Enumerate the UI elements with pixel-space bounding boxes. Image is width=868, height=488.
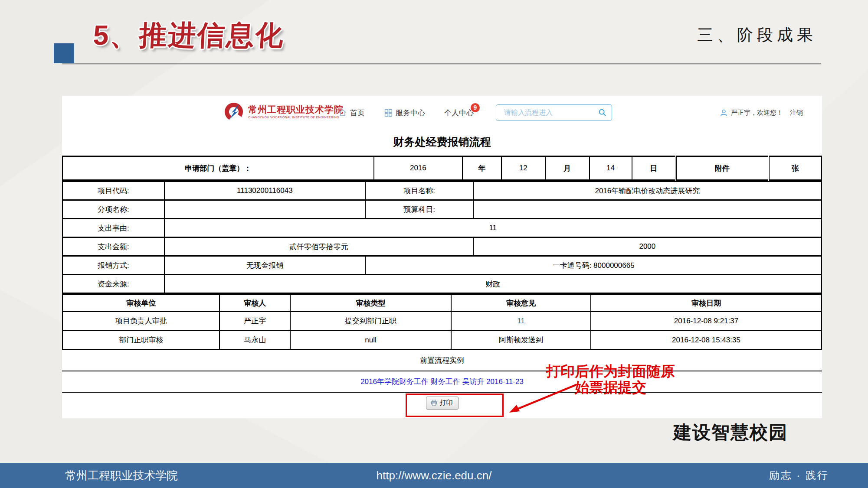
- month-value-cell: 12: [501, 156, 546, 180]
- print-button[interactable]: 打印: [426, 397, 459, 410]
- form-tables: 申请部门（盖章）： 2016 年 12 月 14 日 附件 张 项目代码:: [62, 156, 822, 413]
- method-cell: 无现金报销: [164, 256, 366, 275]
- logo-subtitle: CHANGZHOU VOCATIONAL INSTITUTE OF ENGINE…: [248, 116, 344, 119]
- footer-url: http://www.czie.edu.cn/: [377, 463, 492, 488]
- nav-services[interactable]: 服务中心: [384, 108, 425, 118]
- logo-mark-icon: [223, 101, 244, 122]
- project-code-label-cell: 项目代码:: [62, 182, 164, 200]
- pre-process-link-row: 2016年学院财务工作 财务工作 吴访升 2016-11-23: [62, 371, 822, 393]
- annotation-arrow: [499, 381, 583, 420]
- expense-reason-cell: 11: [164, 219, 822, 237]
- amount-num-cell: 2000: [473, 237, 822, 256]
- pre-process-row: 前置流程实例: [62, 350, 822, 371]
- annotation-line1: 打印后作为封面随原: [536, 363, 685, 379]
- nav-services-label: 服务中心: [396, 108, 425, 118]
- user-greeting: 严正宇，欢迎您！: [731, 109, 783, 117]
- sheets-unit-cell: 张: [769, 156, 822, 180]
- budget-label-cell: 预算科目:: [365, 200, 473, 219]
- audit-cell-person: 马永山: [219, 331, 290, 350]
- apply-dept-cell: 申请部门（盖章）：: [62, 156, 374, 180]
- audit-header-opinion: 审核意见: [451, 295, 591, 312]
- audit-header-person: 审核人: [219, 295, 290, 312]
- caption-smart-campus: 建设智慧校园: [673, 420, 788, 445]
- logo-name: 常州工程职业技术学院: [248, 105, 344, 114]
- audit-cell-person: 严正宇: [219, 312, 290, 331]
- month-unit-cell: 月: [545, 156, 590, 180]
- audit-cell-unit: 部门正职审核: [62, 331, 219, 350]
- person-icon: [719, 108, 728, 117]
- logo-text: 常州工程职业技术学院 CHANGZHOU VOCATIONAL INSTITUT…: [248, 105, 344, 119]
- audit-table: 审核单位 审核人 审核类型 审核意见 审核日期 项目负责人审批 严正宇 提交到部…: [62, 294, 822, 350]
- budget-value-cell: [473, 200, 822, 219]
- nav-profile-label: 个人中心: [444, 108, 474, 118]
- slide-title: 5、推进信息化: [92, 16, 285, 54]
- audit-cell-opinion: 阿斯顿发送到: [451, 331, 591, 350]
- amount-cn-cell: 贰仟零佰零拾零元: [164, 237, 473, 256]
- user-area: 严正宇，欢迎您！ 注销: [719, 96, 803, 130]
- audit-cell-type: null: [290, 331, 451, 350]
- year-value-cell: 2016: [374, 156, 463, 180]
- print-row: 打印: [62, 393, 822, 413]
- amount-label-cell: 支出金额:: [62, 237, 164, 256]
- nav-home-label: 首页: [350, 108, 365, 118]
- logout-link[interactable]: 注销: [790, 109, 803, 117]
- subitem-label-cell: 分项名称:: [62, 200, 164, 219]
- search-box: [496, 104, 612, 121]
- form-title: 财务处经费报销流程: [62, 135, 822, 150]
- subitem-value-cell: [164, 200, 366, 219]
- footer-bar: 常州工程职业技术学院 http://www.czie.edu.cn/ 励志 · …: [0, 463, 868, 488]
- slide: 5、推进信息化 三、阶段成果 常州工程职业技术学院 CHANGZHOU VOCA…: [0, 0, 868, 488]
- audit-cell-opinion: 11: [451, 312, 591, 331]
- audit-row: 项目负责人审批 严正宇 提交到部门正职 11 2016-12-08 9:21:3…: [62, 312, 822, 331]
- fund-label-cell: 资金来源:: [62, 275, 164, 293]
- notification-badge: 9: [471, 103, 480, 112]
- section-label: 三、阶段成果: [697, 24, 817, 46]
- fund-cell: 财政: [164, 275, 822, 293]
- attachment-label-cell: 附件: [676, 156, 769, 180]
- info-table: 项目代码: 11130200116043 项目名称: 2016年输配电价改动态进…: [62, 181, 822, 294]
- project-name-cell: 2016年输配电价改动态进展研究: [473, 182, 822, 200]
- footer-school: 常州工程职业技术学院: [65, 463, 178, 488]
- year-unit-cell: 年: [462, 156, 501, 180]
- project-name-label-cell: 项目名称:: [365, 182, 473, 200]
- audit-cell-date: 2016-12-08 9:21:37: [591, 312, 822, 331]
- nav-profile[interactable]: 个人中心 9: [444, 108, 474, 118]
- audit-header-date: 审核日期: [591, 295, 822, 312]
- print-button-label: 打印: [440, 399, 453, 407]
- date-table: 申请部门（盖章）： 2016 年 12 月 14 日 附件 张: [62, 156, 822, 181]
- day-value-cell: 14: [590, 156, 632, 180]
- printer-icon: [430, 399, 438, 407]
- main-nav: 首页 服务中心 个人中心 9: [338, 96, 474, 130]
- audit-header-unit: 审核单位: [62, 295, 219, 312]
- title-underline: [62, 63, 821, 64]
- pre-process-label: 前置流程实例: [420, 355, 464, 365]
- site-header: 常州工程职业技术学院 CHANGZHOU VOCATIONAL INSTITUT…: [62, 96, 822, 130]
- card-no-cell: 一卡通号码: 8000000665: [365, 256, 822, 275]
- webpage-card: 常州工程职业技术学院 CHANGZHOU VOCATIONAL INSTITUT…: [62, 96, 822, 418]
- home-icon: [338, 108, 347, 117]
- search-input[interactable]: [496, 108, 598, 117]
- audit-cell-type: 提交到部门正职: [290, 312, 451, 331]
- audit-row: 部门正职审核 马永山 null 阿斯顿发送到 2016-12-08 15:43:…: [62, 331, 822, 350]
- nav-home[interactable]: 首页: [338, 108, 365, 118]
- project-code-cell: 11130200116043: [164, 182, 366, 200]
- expense-reason-label-cell: 支出事由:: [62, 219, 164, 237]
- search-icon[interactable]: [598, 108, 607, 117]
- audit-cell-date: 2016-12-08 15:43:35: [591, 331, 822, 350]
- audit-header-type: 审核类型: [290, 295, 451, 312]
- audit-cell-unit: 项目负责人审批: [62, 312, 219, 331]
- day-unit-cell: 日: [632, 156, 676, 180]
- site-logo[interactable]: 常州工程职业技术学院 CHANGZHOU VOCATIONAL INSTITUT…: [223, 101, 344, 122]
- blue-accent-square: [54, 43, 74, 63]
- footer-motto: 励志 · 践行: [769, 463, 829, 488]
- method-label-cell: 报销方式:: [62, 256, 164, 275]
- grid-icon: [384, 108, 393, 117]
